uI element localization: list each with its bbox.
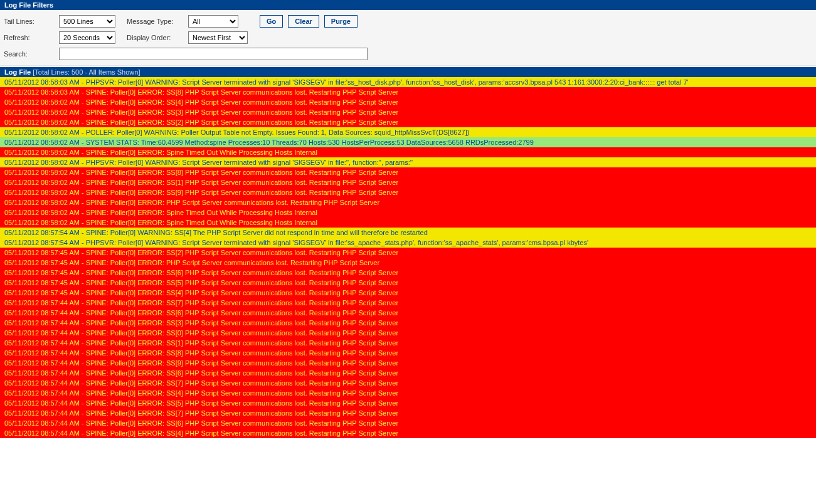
log-row: 05/11/2012 08:58:02 AM - SPINE: Poller[0… [0,107,816,117]
log-row: 05/11/2012 08:57:45 AM - SPINE: Poller[0… [0,248,816,258]
log-cell: 05/11/2012 08:57:45 AM - SPINE: Poller[0… [0,268,816,278]
message-type-label: Message Type: [127,18,188,25]
log-row: 05/11/2012 08:57:45 AM - SPINE: Poller[0… [0,288,816,298]
message-type-select[interactable]: All [188,15,238,28]
log-cell: 05/11/2012 08:57:44 AM - SPINE: Poller[0… [0,398,816,408]
filters-header: Log File Filters [0,0,816,10]
log-row: 05/11/2012 08:58:02 AM - POLLER: Poller[… [0,127,816,137]
log-cell: 05/11/2012 08:57:44 AM - SPINE: Poller[0… [0,348,816,358]
log-cell: 05/11/2012 08:57:44 AM - SPINE: Poller[0… [0,428,816,438]
log-row: 05/11/2012 08:58:02 AM - SPINE: Poller[0… [0,197,816,207]
log-row: 05/11/2012 08:57:44 AM - SPINE: Poller[0… [0,418,816,428]
tail-lines-select[interactable]: 500 Lines [59,15,115,28]
clear-button[interactable]: Clear [288,15,319,28]
log-cell: 05/11/2012 08:57:44 AM - SPINE: Poller[0… [0,408,816,418]
log-cell: 05/11/2012 08:58:02 AM - SPINE: Poller[0… [0,197,816,207]
log-cell: 05/11/2012 08:57:45 AM - SPINE: Poller[0… [0,248,816,258]
log-row: 05/11/2012 08:57:45 AM - SPINE: Poller[0… [0,258,816,268]
filters-row-1: Tail Lines: 500 Lines Message Type: All … [4,15,812,28]
log-cell: 05/11/2012 08:58:02 AM - SPINE: Poller[0… [0,207,816,218]
log-row: 05/11/2012 08:58:02 AM - SPINE: Poller[0… [0,167,816,177]
log-cell: 05/11/2012 08:58:03 AM - PHPSVR: Poller[… [0,77,816,87]
log-cell: 05/11/2012 08:58:02 AM - SPINE: Poller[0… [0,97,816,107]
log-cell: 05/11/2012 08:57:44 AM - SPINE: Poller[0… [0,388,816,398]
log-header: Log File [Total Lines: 500 - All Items S… [0,67,816,77]
log-row: 05/11/2012 08:57:44 AM - SPINE: Poller[0… [0,298,816,308]
search-input[interactable] [59,48,368,60]
log-row: 05/11/2012 08:57:44 AM - SPINE: Poller[0… [0,388,816,398]
log-row: 05/11/2012 08:57:54 AM - PHPSVR: Poller[… [0,238,816,248]
log-row: 05/11/2012 08:58:02 AM - SPINE: Poller[0… [0,187,816,197]
log-cell: 05/11/2012 08:58:02 AM - SYSTEM STATS: T… [0,137,816,147]
log-row: 05/11/2012 08:57:44 AM - SPINE: Poller[0… [0,428,816,438]
log-cell: 05/11/2012 08:57:44 AM - SPINE: Poller[0… [0,338,816,348]
log-cell: 05/11/2012 08:57:44 AM - SPINE: Poller[0… [0,378,816,388]
filters-title: Log File Filters [4,1,53,9]
log-row: 05/11/2012 08:58:02 AM - SPINE: Poller[0… [0,147,816,157]
log-row: 05/11/2012 08:57:44 AM - SPINE: Poller[0… [0,338,816,348]
display-order-label: Display Order: [127,34,188,41]
log-cell: 05/11/2012 08:58:02 AM - SPINE: Poller[0… [0,167,816,177]
log-cell: 05/11/2012 08:57:44 AM - SPINE: Poller[0… [0,358,816,368]
log-row: 05/11/2012 08:57:44 AM - SPINE: Poller[0… [0,348,816,358]
log-row: 05/11/2012 08:57:45 AM - SPINE: Poller[0… [0,278,816,288]
log-cell: 05/11/2012 08:58:02 AM - SPINE: Poller[0… [0,147,816,157]
log-title: Log File [4,68,31,76]
log-row: 05/11/2012 08:58:03 AM - PHPSVR: Poller[… [0,77,816,87]
log-row: 05/11/2012 08:57:44 AM - SPINE: Poller[0… [0,408,816,418]
display-order-select[interactable]: Newest First [188,31,248,44]
log-row: 05/11/2012 08:58:02 AM - SPINE: Poller[0… [0,117,816,127]
log-cell: 05/11/2012 08:57:54 AM - SPINE: Poller[0… [0,228,816,238]
log-row: 05/11/2012 08:57:44 AM - SPINE: Poller[0… [0,378,816,388]
log-cell: 05/11/2012 08:57:44 AM - SPINE: Poller[0… [0,368,816,378]
log-table: 05/11/2012 08:58:03 AM - PHPSVR: Poller[… [0,77,816,438]
log-cell: 05/11/2012 08:58:02 AM - SPINE: Poller[0… [0,187,816,197]
log-cell: 05/11/2012 08:57:44 AM - SPINE: Poller[0… [0,318,816,328]
log-cell: 05/11/2012 08:58:03 AM - SPINE: Poller[0… [0,87,816,97]
log-cell: 05/11/2012 08:57:44 AM - SPINE: Poller[0… [0,308,816,318]
log-row: 05/11/2012 08:57:54 AM - SPINE: Poller[0… [0,228,816,238]
log-row: 05/11/2012 08:57:44 AM - SPINE: Poller[0… [0,328,816,338]
log-cell: 05/11/2012 08:57:45 AM - SPINE: Poller[0… [0,278,816,288]
log-row: 05/11/2012 08:57:44 AM - SPINE: Poller[0… [0,368,816,378]
log-row: 05/11/2012 08:58:02 AM - SPINE: Poller[0… [0,177,816,187]
log-cell: 05/11/2012 08:57:44 AM - SPINE: Poller[0… [0,418,816,428]
filters-row-2: Refresh: 20 Seconds Display Order: Newes… [4,31,812,44]
refresh-select[interactable]: 20 Seconds [59,31,115,44]
log-cell: 05/11/2012 08:57:44 AM - SPINE: Poller[0… [0,298,816,308]
refresh-label: Refresh: [4,34,59,41]
log-cell: 05/11/2012 08:58:02 AM - SPINE: Poller[0… [0,218,816,228]
button-group: Go Clear Purge [260,15,358,28]
log-row: 05/11/2012 08:58:02 AM - SPINE: Poller[0… [0,218,816,228]
log-row: 05/11/2012 08:57:44 AM - SPINE: Poller[0… [0,358,816,368]
log-row: 05/11/2012 08:57:44 AM - SPINE: Poller[0… [0,398,816,408]
log-row: 05/11/2012 08:57:44 AM - SPINE: Poller[0… [0,308,816,318]
log-panel: Log File [Total Lines: 500 - All Items S… [0,67,816,438]
log-cell: 05/11/2012 08:58:02 AM - SPINE: Poller[0… [0,107,816,117]
log-row: 05/11/2012 08:58:02 AM - PHPSVR: Poller[… [0,157,816,167]
log-cell: 05/11/2012 08:58:02 AM - POLLER: Poller[… [0,127,816,137]
log-row: 05/11/2012 08:58:02 AM - SPINE: Poller[0… [0,97,816,107]
log-row: 05/11/2012 08:57:45 AM - SPINE: Poller[0… [0,268,816,278]
tail-lines-label: Tail Lines: [4,18,59,25]
log-cell: 05/11/2012 08:57:45 AM - SPINE: Poller[0… [0,258,816,268]
go-button[interactable]: Go [260,15,283,28]
log-cell: 05/11/2012 08:58:02 AM - PHPSVR: Poller[… [0,157,816,167]
log-cell: 05/11/2012 08:57:54 AM - PHPSVR: Poller[… [0,238,816,248]
log-cell: 05/11/2012 08:58:02 AM - SPINE: Poller[0… [0,177,816,187]
log-row: 05/11/2012 08:58:03 AM - SPINE: Poller[0… [0,87,816,97]
log-row: 05/11/2012 08:58:02 AM - SYSTEM STATS: T… [0,137,816,147]
log-cell: 05/11/2012 08:58:02 AM - SPINE: Poller[0… [0,117,816,127]
log-cell: 05/11/2012 08:57:44 AM - SPINE: Poller[0… [0,328,816,338]
purge-button[interactable]: Purge [324,15,358,28]
search-label: Search: [4,50,59,58]
log-subtitle: [Total Lines: 500 - All Items Shown] [33,68,140,76]
log-row: 05/11/2012 08:57:44 AM - SPINE: Poller[0… [0,318,816,328]
filters-panel: Log File Filters Tail Lines: 500 Lines M… [0,0,816,66]
filters-row-3: Search: [4,48,812,60]
log-cell: 05/11/2012 08:57:45 AM - SPINE: Poller[0… [0,288,816,298]
log-row: 05/11/2012 08:58:02 AM - SPINE: Poller[0… [0,207,816,218]
filters-body: Tail Lines: 500 Lines Message Type: All … [0,10,816,66]
